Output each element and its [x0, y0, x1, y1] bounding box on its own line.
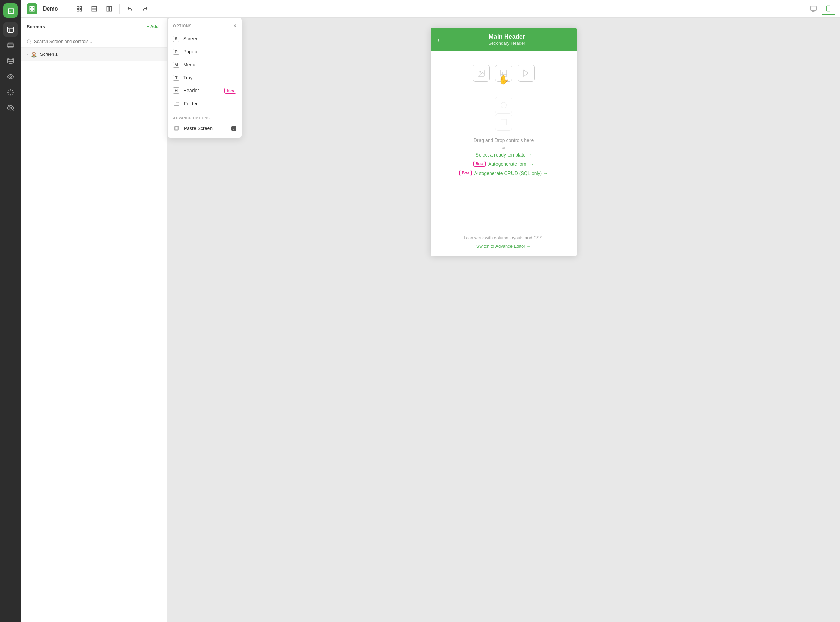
dz-icon-extra2: [495, 114, 512, 131]
option-paste-screen[interactable]: Paste Screen i: [167, 122, 242, 135]
svg-marker-37: [524, 70, 528, 76]
paste-screen-icon: [173, 125, 180, 132]
search-bar: [21, 35, 167, 48]
option-header-label: Header: [183, 88, 221, 93]
app-logo: [26, 3, 37, 14]
sidebar-item-database[interactable]: [3, 54, 18, 68]
svg-rect-20: [107, 6, 109, 11]
sidebar-item-visibility[interactable]: [3, 69, 18, 84]
beta-badge-1: Beta: [473, 161, 485, 167]
advance-options-title: ADVANCE OPTIONS: [167, 114, 242, 122]
toolbar: Demo: [21, 0, 840, 18]
toolbar-separator-2: [119, 4, 120, 14]
folder-option-icon: [173, 101, 180, 107]
option-folder-label: Folder: [184, 101, 236, 107]
advance-editor-link[interactable]: Switch to Advance Editor →: [476, 244, 531, 249]
desktop-view-btn[interactable]: [807, 3, 820, 15]
layout-btn-1[interactable]: [73, 3, 85, 15]
svg-point-7: [9, 76, 12, 78]
option-tray[interactable]: T Tray: [167, 71, 242, 84]
header-option-icon: H: [173, 87, 179, 94]
undo-button[interactable]: [124, 3, 136, 15]
option-folder[interactable]: Folder: [167, 97, 242, 111]
dz-hand-icon: ✋: [498, 75, 509, 85]
screen-item-1[interactable]: › 🏠 Screen 1: [21, 48, 167, 61]
option-screen-label: Screen: [183, 36, 236, 41]
menu-option-icon: M: [173, 62, 179, 68]
layout-btn-2[interactable]: [88, 3, 100, 15]
svg-rect-13: [30, 9, 31, 11]
redo-button[interactable]: [139, 3, 151, 15]
sidebar-item-plugins[interactable]: [3, 85, 18, 99]
drag-drop-text: Drag and Drop controls here: [474, 137, 534, 143]
phone-header-texts: Main Header Secondary Header: [444, 34, 570, 46]
svg-rect-11: [33, 6, 34, 8]
search-icon: [26, 39, 31, 44]
phone-mockup: ‹ Main Header Secondary Header: [431, 28, 577, 256]
phone-back-button[interactable]: ‹: [437, 36, 440, 44]
beta-crud-row: Beta Autogenerate CRUD (SQL only) →: [460, 170, 548, 176]
sidebar: ◱: [0, 0, 21, 622]
sidebar-item-screens[interactable]: [3, 23, 18, 37]
option-popup-label: Popup: [183, 49, 236, 55]
footer-text: I can work with column layouts and CSS.: [437, 235, 570, 240]
autogenerate-form-link[interactable]: Autogenerate form →: [488, 161, 534, 167]
screens-panel: Screens + Add › 🏠 Screen 1: [21, 18, 167, 622]
svg-rect-4: [8, 43, 13, 44]
svg-point-27: [27, 40, 30, 43]
add-screen-button[interactable]: + Add: [144, 23, 161, 30]
mobile-view-btn[interactable]: [822, 3, 835, 15]
screen-home-icon: 🏠: [30, 51, 37, 58]
screen-option-icon: S: [173, 36, 179, 42]
dz-icon-extra1: [495, 97, 512, 114]
option-menu[interactable]: M Menu: [167, 58, 242, 71]
popup-option-icon: P: [173, 49, 179, 55]
svg-rect-14: [77, 6, 79, 8]
dz-icon-video: [517, 65, 535, 82]
options-popup: OPTIONS × S Screen P Popup M Menu T Tray…: [167, 18, 242, 138]
screen-name-1: Screen 1: [40, 52, 58, 57]
beta-autogenerate-row: Beta Autogenerate form →: [473, 161, 534, 167]
svg-rect-16: [77, 9, 79, 11]
drop-zone-row2: [495, 97, 512, 131]
options-close-button[interactable]: ×: [233, 23, 236, 29]
option-popup[interactable]: P Popup: [167, 45, 242, 58]
tray-option-icon: T: [173, 75, 179, 81]
svg-point-32: [479, 72, 481, 72]
app-logo-sidebar: ◱: [3, 3, 18, 18]
svg-point-6: [8, 58, 14, 60]
autogenerate-crud-link[interactable]: Autogenerate CRUD (SQL only) →: [475, 171, 548, 176]
screens-title: Screens: [26, 24, 45, 29]
svg-rect-15: [80, 6, 82, 8]
option-screen[interactable]: S Screen: [167, 32, 242, 45]
svg-rect-39: [501, 119, 507, 125]
main-content: Demo Screens + Add: [21, 0, 840, 622]
search-input[interactable]: [34, 39, 161, 44]
drop-zone-icons: ✋: [473, 65, 535, 82]
canvas-area: ‹ Main Header Secondary Header: [167, 18, 840, 622]
sidebar-item-layers[interactable]: [3, 38, 18, 52]
sidebar-item-preview[interactable]: [3, 101, 18, 115]
screen-chevron-icon: ›: [26, 52, 28, 57]
option-paste-label: Paste Screen: [184, 125, 227, 131]
option-tray-label: Tray: [183, 75, 236, 80]
phone-main-header: Main Header: [444, 34, 570, 41]
layout-btn-3[interactable]: [103, 3, 115, 15]
options-popup-title: OPTIONS: [173, 24, 192, 28]
select-template-link[interactable]: Select a ready template →: [476, 152, 532, 157]
option-header[interactable]: H Header New: [167, 84, 242, 97]
info-badge: i: [231, 126, 236, 131]
phone-body: ✋ Drag and Drop controls here or Select …: [431, 51, 577, 228]
svg-rect-12: [33, 9, 34, 11]
dz-icon-image: [473, 65, 490, 82]
options-popup-header: OPTIONS ×: [167, 18, 242, 32]
svg-line-28: [30, 42, 31, 43]
svg-rect-5: [8, 47, 13, 48]
or-text: or: [502, 145, 506, 150]
options-divider: [167, 112, 242, 112]
screens-header: Screens + Add: [21, 18, 167, 35]
svg-rect-19: [92, 9, 97, 11]
svg-rect-22: [811, 6, 817, 10]
svg-rect-17: [80, 9, 82, 11]
phone-footer: I can work with column layouts and CSS. …: [431, 228, 577, 256]
